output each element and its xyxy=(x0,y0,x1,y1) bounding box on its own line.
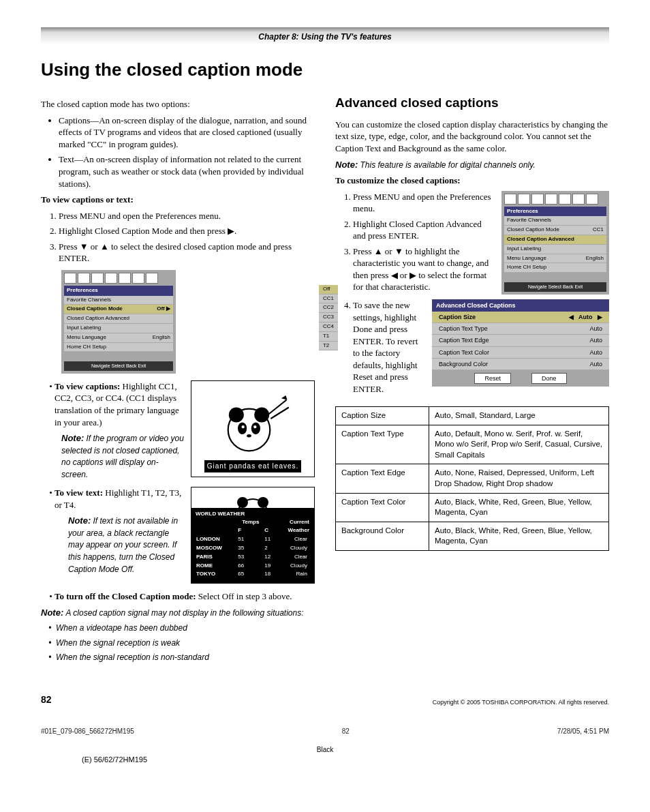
step-left-3: Press ▼ or ▲ to select the desired close… xyxy=(59,241,315,265)
chapter-header: Chapter 8: Using the TV's features xyxy=(41,27,609,44)
svg-point-4 xyxy=(251,423,260,435)
panda-icon xyxy=(215,392,290,460)
page-title: Using the closed caption mode xyxy=(41,58,609,82)
print-color: Black xyxy=(41,745,609,755)
adv-note-body: This feature is available for digital ch… xyxy=(360,160,535,170)
osd-footer-2: Navigate Select Back Exit xyxy=(504,282,606,291)
svg-point-6 xyxy=(253,425,256,428)
turn-off-item: To turn off the Closed Caption mode: Sel… xyxy=(55,590,315,603)
view-captions-lead: To view captions: xyxy=(55,381,120,391)
note3-item-2: When the signal reception is weak xyxy=(56,637,315,648)
print-page: 82 xyxy=(342,727,350,736)
right-column: Advanced closed captions You can customi… xyxy=(335,94,609,666)
osd-menu-preferences-1: Preferences Favorite ChannelsClosed Capt… xyxy=(61,270,176,374)
osd-footer-1: Navigate Select Back Exit xyxy=(64,361,173,370)
svg-line-8 xyxy=(268,400,287,415)
step-left-2: Highlight Closed Caption Mode and then p… xyxy=(59,225,315,237)
adv-title: Advanced closed captions xyxy=(335,94,609,112)
adv-intro: You can customize the closed caption dis… xyxy=(335,119,609,155)
note-label-3: Note: xyxy=(41,607,63,618)
osd-advanced-captions: Advanced Closed Captions Caption Size◀ A… xyxy=(432,299,609,387)
intro-text: The closed caption mode has two options: xyxy=(41,98,315,110)
svg-line-9 xyxy=(270,408,288,419)
turn-off-lead: To turn off the Closed Caption mode: xyxy=(55,591,196,601)
note-body-3: A closed caption signal may not display … xyxy=(65,608,303,618)
svg-point-7 xyxy=(247,434,251,437)
weather-title: WORLD WEATHER xyxy=(196,511,310,518)
copyright-text: Copyright © 2005 TOSHIBA CORPORATION. Al… xyxy=(433,698,609,706)
options-table: Caption SizeAuto, Small, Standard, Large… xyxy=(335,406,609,550)
adv-reset-button[interactable]: Reset xyxy=(474,373,511,384)
note-label-2: Note: xyxy=(68,515,91,526)
bullet-captions: Captions—An on-screen display of the dia… xyxy=(59,115,315,151)
svg-point-11 xyxy=(237,497,248,508)
weather-text-figure: WORLD WEATHER TempsCurrent FCWeather LON… xyxy=(191,487,315,584)
panda-caption-figure: Giant pandas eat leaves. xyxy=(191,380,315,477)
model-line: (E) 56/62/72HM195 xyxy=(82,755,609,765)
print-date: 7/28/05, 4:51 PM xyxy=(557,727,609,736)
panda-caption-text: Giant pandas eat leaves. xyxy=(204,460,302,472)
svg-point-1 xyxy=(229,408,244,423)
page-number: 82 xyxy=(41,693,52,706)
bullet-text: Text—An on-screen display of information… xyxy=(59,153,315,190)
osd-header-1: Preferences xyxy=(64,286,173,296)
adv-done-button[interactable]: Done xyxy=(531,373,567,384)
svg-point-12 xyxy=(258,497,268,508)
svg-point-5 xyxy=(242,425,245,428)
note-label-1: Note: xyxy=(61,433,84,443)
osd-menu-preferences-2: Preferences Favorite ChannelsClosed Capt… xyxy=(501,191,609,295)
osd-dropdown: OffCC1CC2CC3CC4T1T2 xyxy=(319,285,338,351)
osd-header-2: Preferences xyxy=(504,207,606,217)
view-caption-heading: To view captions or text: xyxy=(41,194,315,206)
adv-osd-header: Advanced Closed Captions xyxy=(432,299,609,312)
print-file: #01E_079-086_566272HM195 xyxy=(41,727,134,736)
adv-note-label: Note: xyxy=(335,160,358,170)
note3-item-1: When a videotape has been dubbed xyxy=(56,622,315,633)
step-left-1: Press MENU and open the Preferences menu… xyxy=(59,210,315,222)
svg-point-3 xyxy=(238,423,247,435)
adv-heading: To customize the closed captions: xyxy=(335,175,609,187)
view-text-lead: To view text: xyxy=(55,487,103,498)
turn-off-body: Select Off in step 3 above. xyxy=(198,591,292,601)
left-column: The closed caption mode has two options:… xyxy=(41,94,315,666)
svg-point-2 xyxy=(254,408,269,423)
note3-item-3: When the signal reception is non-standar… xyxy=(56,652,315,663)
weather-table: TempsCurrent FCWeather LONDON5111ClearMO… xyxy=(196,518,310,580)
